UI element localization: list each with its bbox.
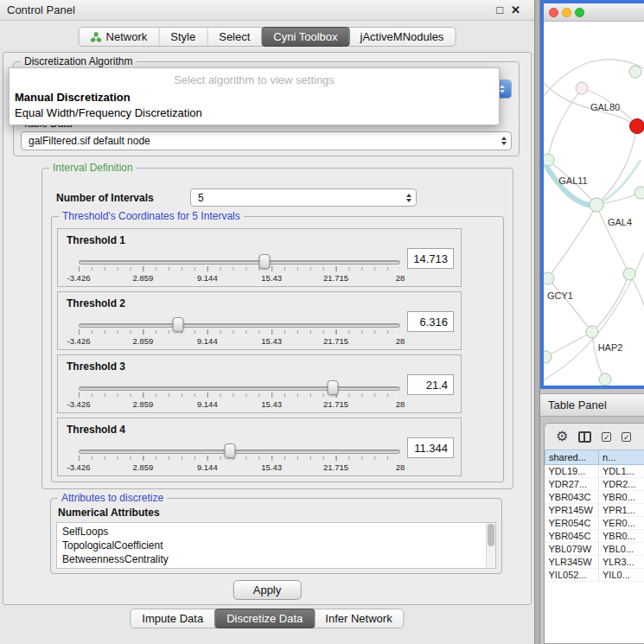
network-node[interactable] xyxy=(623,268,635,280)
tab-discretize-data[interactable]: Discretize Data xyxy=(214,609,315,628)
threshold-1-value-field[interactable]: 14.713 xyxy=(407,248,454,269)
cell[interactable]: YDL1... xyxy=(599,465,644,478)
threshold-4-value-field[interactable]: 11.344 xyxy=(407,437,454,458)
slider-track[interactable] xyxy=(79,450,400,454)
cell[interactable]: YDL19... xyxy=(545,465,599,478)
threshold-4-label: Threshold 4 xyxy=(67,424,125,436)
cell[interactable]: YBL079W xyxy=(545,543,599,556)
table-row[interactable]: YBR043CYBR0... xyxy=(545,491,644,504)
numerical-attributes-list[interactable]: SelfLoops TopologicalCoefficient Between… xyxy=(56,522,496,569)
zoom-traffic-light-icon[interactable] xyxy=(575,8,584,17)
threshold-3-value-field[interactable]: 21.4 xyxy=(407,374,454,395)
cell[interactable]: YBL0... xyxy=(599,543,644,556)
apply-button[interactable]: Apply xyxy=(233,580,302,600)
table-row[interactable]: YBR045CYBR0... xyxy=(545,530,644,543)
scale-tick-label: 2.859 xyxy=(133,336,154,346)
network-edge xyxy=(545,332,592,357)
cell[interactable]: YBR0... xyxy=(599,491,644,504)
dropdown-option-manual-discretization[interactable]: Manual Discretization xyxy=(10,90,499,105)
table-row[interactable]: YER054CYER0... xyxy=(545,517,644,530)
tab-discretize-data-label: Discretize Data xyxy=(226,612,303,625)
columns-icon[interactable] xyxy=(578,431,591,443)
cell[interactable]: YPR145W xyxy=(545,504,599,517)
table-row[interactable]: YBL079WYBL0... xyxy=(545,543,644,556)
cell[interactable]: YIL0... xyxy=(599,569,644,582)
scrollbar[interactable] xyxy=(486,523,495,568)
threshold-2-slider[interactable]: -3.426 2.859 9.144 15.43 21.715 28 xyxy=(79,316,400,349)
table-row[interactable]: YIL052...YIL0... xyxy=(545,569,644,582)
column-header-name[interactable]: n... xyxy=(599,450,644,465)
close-icon[interactable]: ✕ xyxy=(511,3,520,16)
cell[interactable]: YBR043C xyxy=(545,491,599,504)
column-header-shared-name[interactable]: shared... xyxy=(545,450,599,465)
app-screen: Control Panel □ ✕ Network Style Se xyxy=(0,0,644,644)
cell[interactable]: YER054C xyxy=(545,517,599,530)
table-row[interactable]: YPR145WYPR1... xyxy=(545,504,644,517)
list-item[interactable]: TopologicalCoefficient xyxy=(57,539,495,552)
scrollbar-thumb[interactable] xyxy=(488,524,494,546)
network-node-selected[interactable] xyxy=(630,119,644,134)
select-all-checkbox-icon[interactable]: ✓ xyxy=(602,432,611,442)
table-data-select-value: galFiltered.sif default node xyxy=(22,135,497,147)
slider-track[interactable] xyxy=(79,386,400,391)
control-panel-title: Control Panel xyxy=(7,3,75,16)
slider-track[interactable] xyxy=(79,323,400,328)
tab-select[interactable]: Select xyxy=(207,28,262,46)
gear-icon[interactable]: ⚙ xyxy=(556,430,568,443)
cell[interactable]: YDR27... xyxy=(545,478,599,491)
minimize-traffic-light-icon[interactable] xyxy=(562,8,571,17)
slider-thumb[interactable] xyxy=(224,443,235,458)
tab-cyni-toolbox[interactable]: Cyni Toolbox xyxy=(261,27,349,47)
cell[interactable]: YLR3... xyxy=(599,556,644,569)
tab-infer-network[interactable]: Infer Network xyxy=(314,609,403,628)
network-node[interactable] xyxy=(586,326,598,338)
threshold-3-slider[interactable]: -3.426 2.859 9.144 15.43 21.715 28 xyxy=(79,379,400,412)
network-view-window[interactable]: GAL80 GAL11 GAL4 GCY1 HAP2 xyxy=(540,0,644,389)
list-item[interactable]: BetweennessCentrality xyxy=(57,552,495,566)
network-node[interactable] xyxy=(599,373,611,386)
network-edge xyxy=(544,60,644,108)
tab-impute-data[interactable]: Impute Data xyxy=(131,609,215,628)
float-window-icon[interactable]: □ xyxy=(496,3,503,16)
scale-tick-label: 2.859 xyxy=(133,399,154,409)
table-data-select[interactable]: galFiltered.sif default node xyxy=(21,131,512,150)
slider-thumb[interactable] xyxy=(173,317,184,332)
tab-style[interactable]: Style xyxy=(159,28,207,46)
slider-track[interactable] xyxy=(79,260,400,265)
table-row[interactable]: YLR345WYLR3... xyxy=(545,556,644,569)
cell[interactable]: YBR0... xyxy=(599,530,644,543)
cell[interactable]: YBR045C xyxy=(545,530,599,543)
number-of-intervals-label: Number of Intervals xyxy=(56,192,154,204)
tab-network[interactable]: Network xyxy=(80,28,160,46)
threshold-1-slider[interactable]: -3.426 2.859 9.144 15.43 21.715 28 xyxy=(79,253,400,286)
network-node[interactable] xyxy=(544,272,554,284)
scale-tick-label: 21.715 xyxy=(323,399,348,409)
network-canvas[interactable]: GAL80 GAL11 GAL4 GCY1 HAP2 xyxy=(544,22,644,386)
select-none-checkbox-icon[interactable]: ✓ xyxy=(622,432,631,442)
network-node[interactable] xyxy=(544,154,554,166)
table-scroll-area[interactable]: shared... n... YDL19...YDL1... YDR27...Y… xyxy=(545,450,644,643)
panel-splitter[interactable] xyxy=(534,0,540,644)
network-node[interactable] xyxy=(629,66,641,78)
cell[interactable]: YLR345W xyxy=(545,556,599,569)
table-row[interactable]: YDL19...YDL1... xyxy=(545,465,644,478)
slider-thumb[interactable] xyxy=(258,254,270,269)
tab-jactivemnodules[interactable]: jActiveMNodules xyxy=(349,28,456,46)
network-node[interactable] xyxy=(544,351,552,363)
network-node[interactable] xyxy=(576,82,588,94)
dropdown-option-equal-width-frequency[interactable]: Equal Width/Frequency Discretization xyxy=(10,105,499,121)
scale-tick-label: 9.144 xyxy=(197,273,218,283)
cell[interactable]: YDR2... xyxy=(599,478,644,491)
cell[interactable]: YPR1... xyxy=(599,504,644,517)
slider-thumb[interactable] xyxy=(327,380,338,395)
threshold-2-value-field[interactable]: 6.316 xyxy=(407,311,454,332)
network-node[interactable] xyxy=(590,198,603,212)
number-of-intervals-select[interactable]: 5 xyxy=(190,188,417,207)
table-row[interactable]: YDR27...YDR2... xyxy=(545,478,644,491)
list-item[interactable]: SelfLoops xyxy=(57,525,495,539)
cell[interactable]: YIL052... xyxy=(545,569,599,582)
cell[interactable]: YER0... xyxy=(599,517,644,530)
threshold-4-slider[interactable]: -3.426 2.859 9.144 15.43 21.715 28 xyxy=(79,443,400,475)
network-node[interactable] xyxy=(634,187,644,199)
close-traffic-light-icon[interactable] xyxy=(549,8,558,17)
